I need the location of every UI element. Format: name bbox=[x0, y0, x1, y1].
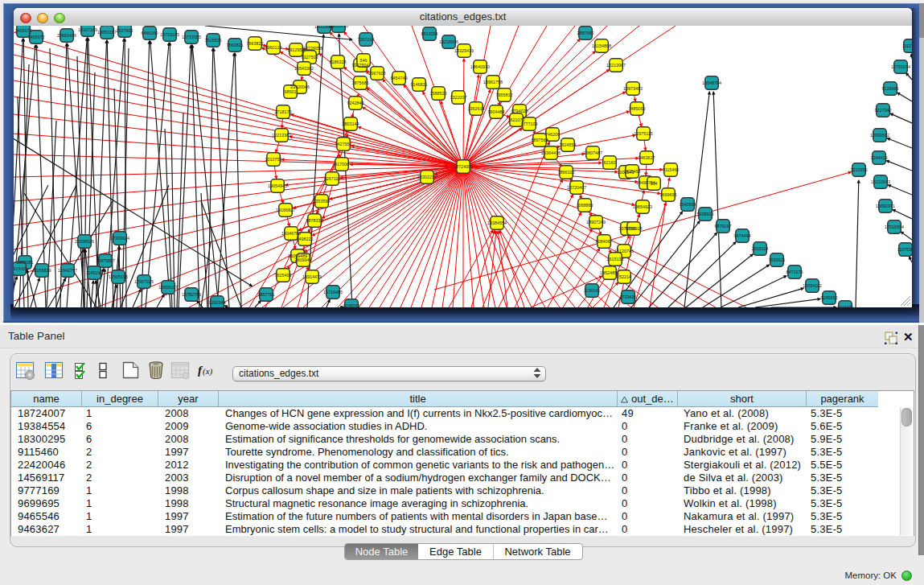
svg-text:9857791: 9857791 bbox=[258, 292, 275, 297]
svg-text:2609949: 2609949 bbox=[295, 257, 312, 262]
svg-text:6897568: 6897568 bbox=[532, 138, 548, 142]
svg-text:15716485: 15716485 bbox=[323, 290, 343, 295]
svg-text:1322037: 1322037 bbox=[450, 95, 467, 100]
svg-text:8186328: 8186328 bbox=[330, 60, 347, 64]
svg-text:1588520: 1588520 bbox=[430, 91, 447, 96]
svg-text:10719185: 10719185 bbox=[160, 32, 179, 37]
svg-text:15692971: 15692971 bbox=[876, 204, 895, 208]
svg-text:7866322: 7866322 bbox=[558, 170, 575, 175]
svg-text:16033810: 16033810 bbox=[329, 26, 348, 28]
svg-text:3915401: 3915401 bbox=[14, 266, 28, 271]
svg-text:16648784: 16648784 bbox=[702, 80, 721, 85]
svg-text:12942757: 12942757 bbox=[58, 268, 77, 273]
svg-text:16120746: 16120746 bbox=[614, 249, 634, 253]
svg-text:1044371: 1044371 bbox=[837, 305, 854, 307]
svg-text:16782759: 16782759 bbox=[182, 292, 201, 297]
svg-text:9904484: 9904484 bbox=[488, 109, 505, 114]
svg-text:16543382: 16543382 bbox=[294, 66, 314, 71]
svg-text:9129966: 9129966 bbox=[882, 86, 899, 91]
svg-text:6879197: 6879197 bbox=[715, 224, 732, 229]
svg-text:18907249: 18907249 bbox=[586, 220, 606, 225]
svg-text:8267110: 8267110 bbox=[324, 176, 341, 181]
svg-text:9756928: 9756928 bbox=[626, 226, 643, 231]
svg-text:3624554: 3624554 bbox=[560, 142, 577, 147]
svg-text:11156829: 11156829 bbox=[32, 268, 51, 273]
svg-text:10653267: 10653267 bbox=[97, 30, 117, 35]
svg-text:1145194: 1145194 bbox=[86, 270, 103, 275]
svg-text:10958107: 10958107 bbox=[158, 285, 178, 290]
svg-text:1136141: 1136141 bbox=[584, 288, 601, 293]
svg-text:2935114: 2935114 bbox=[752, 246, 769, 251]
svg-text:1025458: 1025458 bbox=[624, 169, 641, 174]
svg-text:18724007: 18724007 bbox=[454, 164, 473, 169]
svg-text:9146821: 9146821 bbox=[411, 82, 428, 87]
svg-text:18640910: 18640910 bbox=[470, 64, 490, 69]
svg-text:3215955: 3215955 bbox=[851, 167, 868, 172]
svg-text:9227342: 9227342 bbox=[875, 108, 892, 113]
svg-text:2967608: 2967608 bbox=[369, 71, 386, 76]
svg-text:1640954: 1640954 bbox=[680, 202, 696, 207]
svg-text:16713355: 16713355 bbox=[182, 35, 201, 39]
svg-text:19654923: 19654923 bbox=[633, 204, 652, 209]
svg-text:8471676: 8471676 bbox=[786, 270, 803, 274]
svg-text:16210643: 16210643 bbox=[871, 179, 890, 184]
svg-text:9245652: 9245652 bbox=[821, 295, 838, 300]
svg-text:7357214: 7357214 bbox=[358, 37, 375, 42]
svg-text:15302215: 15302215 bbox=[417, 175, 437, 179]
svg-text:8454749: 8454749 bbox=[391, 76, 408, 80]
svg-text:9699695: 9699695 bbox=[660, 192, 677, 197]
svg-text:15720407: 15720407 bbox=[567, 185, 586, 190]
svg-text:16046786: 16046786 bbox=[281, 231, 301, 236]
svg-text:19054945: 19054945 bbox=[268, 183, 287, 188]
svg-text:7663822: 7663822 bbox=[247, 41, 264, 46]
svg-text:2803144: 2803144 bbox=[343, 122, 359, 126]
svg-text:9084067: 9084067 bbox=[596, 239, 613, 244]
svg-text:9245063: 9245063 bbox=[343, 303, 360, 307]
svg-text:9115460: 9115460 bbox=[663, 167, 680, 172]
svg-text:9242848: 9242848 bbox=[347, 101, 364, 105]
svg-text:9777109: 9777109 bbox=[521, 122, 538, 126]
svg-text:5878332: 5878332 bbox=[306, 218, 323, 223]
svg-text:1068869: 1068869 bbox=[577, 203, 593, 208]
svg-text:7625402: 7625402 bbox=[275, 273, 292, 278]
svg-text:12975115: 12975115 bbox=[634, 131, 653, 136]
svg-text:10654112: 10654112 bbox=[803, 283, 822, 288]
svg-text:12505135: 12505135 bbox=[109, 274, 128, 279]
svg-text:1353594: 1353594 bbox=[314, 199, 331, 204]
svg-text:18337109: 18337109 bbox=[78, 27, 97, 32]
svg-text:12213383: 12213383 bbox=[272, 133, 291, 138]
svg-text:8912954: 8912954 bbox=[288, 47, 305, 52]
svg-text:6794028: 6794028 bbox=[511, 109, 528, 113]
svg-text:1112744: 1112744 bbox=[902, 43, 912, 48]
svg-text:13226058: 13226058 bbox=[303, 46, 322, 51]
svg-text:1733426: 1733426 bbox=[620, 295, 637, 299]
svg-text:12093582: 12093582 bbox=[870, 133, 889, 138]
svg-text:1362615: 1362615 bbox=[468, 106, 485, 111]
svg-text:20364436: 20364436 bbox=[541, 150, 561, 155]
svg-text:6466160: 6466160 bbox=[142, 31, 158, 35]
svg-text:1955081: 1955081 bbox=[17, 260, 34, 265]
svg-text:8813054: 8813054 bbox=[421, 31, 438, 36]
svg-text:7955812: 7955812 bbox=[496, 93, 513, 97]
svg-text:1527602: 1527602 bbox=[117, 28, 133, 33]
svg-text:3875685: 3875685 bbox=[352, 80, 369, 85]
svg-text:9327504: 9327504 bbox=[352, 63, 369, 68]
svg-text:19384554: 19384554 bbox=[487, 220, 507, 225]
svg-text:2405572: 2405572 bbox=[15, 28, 32, 33]
svg-text:62160: 62160 bbox=[604, 160, 616, 165]
svg-text:17957225: 17957225 bbox=[134, 279, 154, 284]
svg-text:15751074: 15751074 bbox=[891, 64, 910, 69]
svg-text:7663821: 7663821 bbox=[227, 43, 244, 47]
svg-text:5938923: 5938923 bbox=[697, 212, 714, 216]
svg-text:2718170: 2718170 bbox=[275, 109, 292, 114]
svg-text:604: 604 bbox=[651, 181, 658, 186]
svg-text:546: 546 bbox=[360, 58, 368, 63]
svg-text:1167530: 1167530 bbox=[897, 247, 912, 252]
svg-text:9427552: 9427552 bbox=[335, 142, 352, 146]
svg-text:19166827: 19166827 bbox=[276, 208, 295, 212]
svg-text:7515526: 7515526 bbox=[205, 38, 222, 43]
svg-text:98901: 98901 bbox=[285, 89, 297, 94]
svg-text:1010755: 1010755 bbox=[265, 157, 282, 162]
svg-text:9474444: 9474444 bbox=[734, 233, 751, 238]
svg-text:9463627: 9463627 bbox=[639, 155, 655, 160]
